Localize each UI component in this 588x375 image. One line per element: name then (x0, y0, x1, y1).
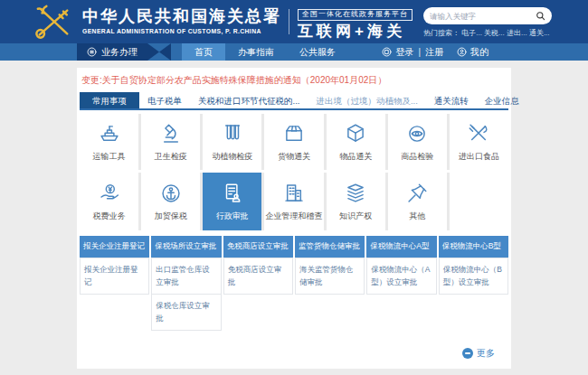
grid-item-label: 知识产权 (339, 211, 372, 222)
buildings-icon (282, 182, 306, 205)
category-tabs: 常用事项电子税单关税和进口环节代征税的...进出境（过境）动植物及...通关流转… (80, 92, 508, 110)
main-nav: 业务办理 首页办事指南公共服务 登录 | 注册 我的 (0, 43, 588, 61)
inspection-eye-icon (405, 122, 429, 145)
my-account-link[interactable]: 我的 (470, 46, 488, 59)
search-icon[interactable] (536, 11, 545, 21)
cube-icon (344, 122, 367, 145)
login-icon[interactable] (382, 47, 392, 57)
bowtie-decoration (147, 43, 171, 61)
subpanel-header[interactable]: 免税商店设立审批 (223, 236, 293, 258)
anchor-icon (159, 182, 183, 205)
microscope-icon (159, 122, 183, 145)
business-menu-label: 业务办理 (101, 46, 138, 59)
category-tab-0[interactable]: 常用事项 (80, 92, 139, 108)
login-register-group: 登录 | 注册 (382, 46, 443, 59)
subpanel-header[interactable]: 保税物流中心B型 (439, 236, 508, 258)
my-account-group: 我的 (457, 46, 488, 59)
books-icon (344, 182, 367, 205)
login-separator: | (418, 47, 421, 57)
grid-item-label: 行政审批 (216, 211, 249, 222)
grid-item-label: 货物通关 (278, 151, 310, 163)
customs-key-logo (30, 3, 77, 41)
grid-item-label: 卫生检疫 (155, 151, 187, 163)
nav-right-group: 登录 | 注册 我的 (382, 43, 588, 61)
category-tab-2[interactable]: 关税和进口环节代征税的... (190, 92, 308, 108)
category-tab-4[interactable]: 通关流转 (426, 92, 477, 108)
search-box[interactable] (423, 7, 552, 24)
grid-item[interactable]: 其他 (388, 173, 447, 230)
subpanel-header[interactable]: 监管货物仓储审批 (295, 236, 365, 258)
more-button[interactable]: 更多 (462, 347, 495, 360)
cutlery-icon (467, 122, 490, 145)
nav-tab-0[interactable]: 首页 (182, 43, 225, 61)
subpanel-header[interactable]: 保税物流中心A型 (366, 236, 436, 258)
icon-grid-row1: 运输工具卫生检疫动植物检疫货物通关物品通关商品检验进出口食品 (80, 114, 508, 170)
grid-item[interactable]: 动植物检疫 (203, 114, 261, 170)
category-tab-5[interactable]: 企业信息 (477, 92, 527, 108)
grid-item[interactable]: 行政审批 (203, 173, 261, 230)
icon-grid-row2: 税费业务加贸保税行政审批企业管理和稽查知识产权其他 (80, 173, 508, 230)
top-header: 中华人民共和国海关总署 GENERAL ADMINISTRATION OF CU… (0, 0, 588, 43)
login-link[interactable]: 登录 (395, 46, 413, 59)
grid-item-label: 进出口食品 (459, 151, 499, 163)
subpanel-item[interactable]: 免税商店设立审批 (223, 258, 293, 295)
ship-icon (98, 122, 121, 145)
category-tab-3[interactable]: 进出境（过境）动植物及... (308, 92, 425, 108)
site-title-en: GENERAL ADMINISTRATION OF CUSTOMS, P. R.… (82, 28, 281, 34)
grid-item-label: 企业管理和稽查 (265, 211, 322, 222)
subpanel-item[interactable]: 海关监管货物仓储审批 (295, 258, 365, 295)
site-title-cn: 中华人民共和国海关总署 (82, 8, 281, 26)
grid-item[interactable]: 加贸保税 (141, 173, 200, 230)
package-icon (282, 122, 306, 145)
grid-item[interactable]: 知识产权 (327, 173, 385, 230)
subpanel-column: 保税物流中心A型保税物流中心（A型）设立审批 (366, 236, 436, 295)
announcement-link[interactable]: 变更:关于自贸协定部分农产品实施特殊保障措施的通知（2020年01月02日） (80, 68, 508, 91)
hot-search-line[interactable]: 热门搜索： 电子... 关税... 进出... 通关... (423, 28, 552, 38)
document-stamp-icon (221, 182, 244, 205)
subpanel-item[interactable]: 保税仓库设立审批 (151, 294, 221, 331)
grid-item-label: 税费业务 (93, 211, 126, 222)
more-circle-icon (462, 348, 473, 359)
grid-item-label: 运输工具 (93, 151, 126, 163)
grid-item-label: 动植物检疫 (212, 151, 252, 163)
subpanel-column: 免税商店设立审批免税商店设立审批 (223, 236, 293, 295)
register-link[interactable]: 注册 (425, 46, 443, 59)
grid-item[interactable]: 运输工具 (80, 114, 138, 170)
subpanel-item[interactable]: 出口监管仓库设立审批 (151, 258, 221, 295)
subpanel-item[interactable]: 保税物流中心（B型）设立审批 (439, 258, 508, 295)
more-label: 更多 (477, 347, 495, 360)
business-menu-button[interactable]: 业务办理 (77, 43, 147, 61)
subpanel-header[interactable]: 报关企业注册登记 (80, 236, 149, 258)
grid-item-label: 加贸保税 (155, 211, 187, 222)
grid-item[interactable]: 物品通关 (327, 114, 385, 170)
person-icon[interactable] (457, 47, 467, 57)
header-search-area: 热门搜索： 电子... 关税... 进出... 通关... (423, 7, 552, 38)
grid-item-label: 商品检验 (401, 151, 433, 163)
grid-item[interactable]: 卫生检疫 (141, 114, 200, 170)
grid-item-label: 其他 (409, 211, 425, 222)
nav-tab-1[interactable]: 办事指南 (225, 43, 287, 61)
subpanel-header[interactable]: 保税场所设立审批 (151, 236, 221, 258)
platform-name: 互联网+海关 (298, 23, 413, 41)
subpanel-column: 报关企业注册登记报关企业注册登记 (80, 236, 149, 295)
content-card: 变更:关于自贸协定部分农产品实施特殊保障措施的通知（2020年01月02日） 常… (77, 68, 511, 369)
subpanel-column: 保税物流中心B型保税物流中心（B型）设立审批 (439, 236, 508, 295)
pushpin-icon (405, 182, 429, 205)
nav-tabs: 首页办事指南公共服务 (182, 43, 348, 61)
search-input[interactable] (430, 12, 536, 21)
grid-item[interactable]: 企业管理和稽查 (264, 173, 323, 230)
subpanel-item[interactable]: 保税物流中心（A型）设立审批 (366, 258, 436, 295)
grid-item[interactable]: 进出口食品 (450, 114, 508, 170)
grid-item[interactable]: 税费业务 (80, 173, 138, 230)
grid-item-label: 物品通关 (339, 151, 372, 163)
platform-block: 全国一体化在线政务服务平台 互联网+海关 (298, 4, 413, 40)
nav-tab-2[interactable]: 公共服务 (287, 43, 348, 61)
customs-portal-page: 中华人民共和国海关总署 GENERAL ADMINISTRATION OF CU… (0, 0, 588, 375)
grid-item[interactable]: 货物通关 (264, 114, 323, 170)
subpanel-item[interactable]: 报关企业注册登记 (80, 258, 149, 295)
grid-item[interactable]: 商品检验 (388, 114, 447, 170)
category-tab-1[interactable]: 电子税单 (139, 92, 190, 108)
subpanel-row: 报关企业注册登记报关企业注册登记保税场所设立审批出口监管仓库设立审批保税仓库设立… (80, 236, 508, 331)
grid-filler-cell (450, 173, 508, 230)
site-title-block: 中华人民共和国海关总署 GENERAL ADMINISTRATION OF CU… (82, 8, 281, 34)
